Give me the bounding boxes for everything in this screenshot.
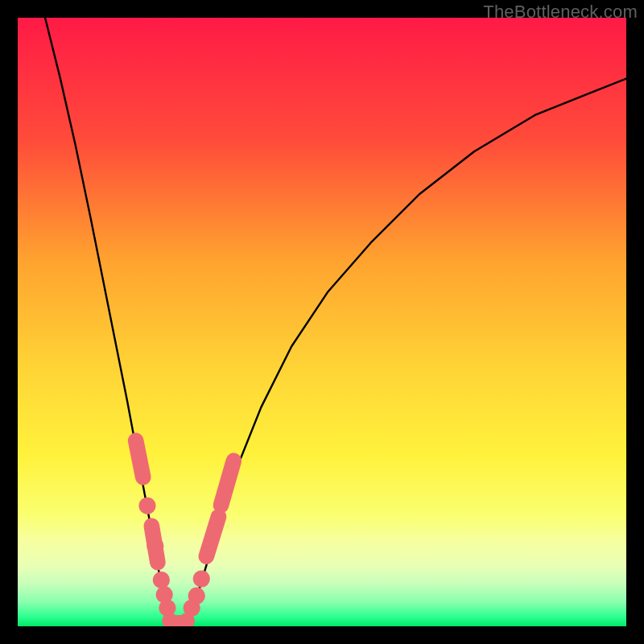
marker-left-dot-2	[153, 572, 170, 588]
watermark-text: TheBottleneck.com	[483, 2, 638, 23]
chart-background	[18, 18, 626, 626]
marker-right-dot-1	[188, 588, 205, 605]
marker-left-dot-1	[147, 538, 163, 555]
marker-right-dot-2	[193, 570, 210, 587]
bottleneck-chart	[18, 18, 626, 626]
marker-left-capsule-0	[136, 440, 143, 477]
chart-frame	[18, 18, 626, 626]
marker-left-dot-0	[138, 497, 155, 514]
